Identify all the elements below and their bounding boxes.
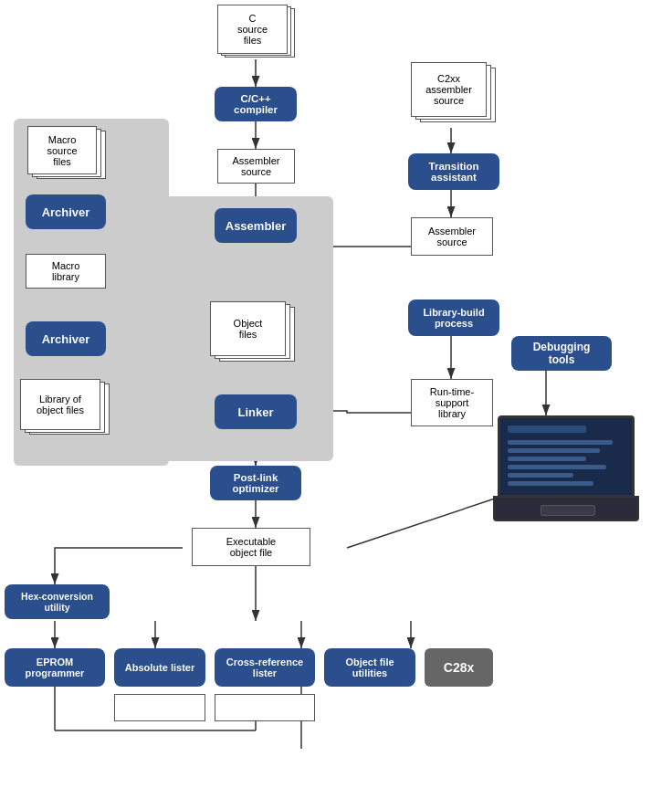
eprom-programmer: EPROMprogrammer bbox=[5, 648, 105, 687]
library-of-object-files: Library ofobject files bbox=[20, 379, 111, 438]
assembler-source-2: Assemblersource bbox=[411, 217, 493, 256]
object-file-utilities: Object fileutilities bbox=[324, 648, 415, 687]
executable-object-file: Executableobject file bbox=[192, 528, 310, 566]
c-cpp-compiler: C/C++compiler bbox=[215, 87, 297, 121]
archiver-2: Archiver bbox=[26, 321, 106, 356]
library-build-process: Library-buildprocess bbox=[408, 299, 499, 336]
assembler: Assembler bbox=[215, 208, 297, 243]
svg-line-15 bbox=[347, 493, 511, 548]
c28x: C28x bbox=[425, 648, 493, 687]
archiver-1: Archiver bbox=[26, 194, 106, 229]
c2xx-assembler-source: C2xxassemblersource bbox=[411, 62, 498, 126]
cross-reference-lister: Cross-referencelister bbox=[215, 648, 315, 687]
absolute-lister: Absolute lister bbox=[114, 648, 205, 687]
macro-source-files: Macrosourcefiles bbox=[27, 126, 108, 183]
assembler-source-1: Assemblersource bbox=[217, 149, 295, 184]
laptop bbox=[493, 415, 639, 525]
macro-library: Macrolibrary bbox=[26, 254, 106, 289]
object-files: Objectfiles bbox=[210, 301, 297, 365]
diagram: Csourcefiles C/C++compiler Assemblersour… bbox=[0, 0, 672, 788]
debugging-tools: Debuggingtools bbox=[511, 336, 612, 371]
absolute-lister-output bbox=[114, 694, 205, 721]
hex-conversion-utility: Hex-conversionutility bbox=[5, 584, 110, 619]
transition-assistant: Transitionassistant bbox=[408, 153, 499, 190]
post-link-optimizer: Post-linkoptimizer bbox=[210, 466, 301, 500]
c-source-files: Csourcefiles bbox=[217, 5, 295, 61]
linker: Linker bbox=[215, 394, 297, 429]
cross-reference-output bbox=[215, 694, 315, 721]
run-time-support-library: Run-time-supportlibrary bbox=[411, 379, 493, 426]
